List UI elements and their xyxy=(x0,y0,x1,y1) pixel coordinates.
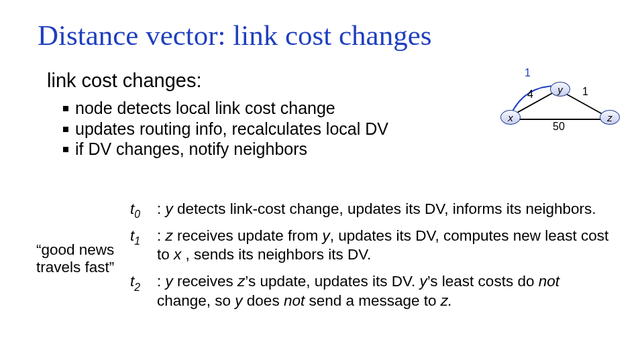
bullet-icon xyxy=(63,106,68,111)
network-diagram: x y z 1 4 1 50 xyxy=(490,66,624,153)
slide: Distance vector: link cost changes link … xyxy=(0,0,644,362)
node-y: y xyxy=(550,82,570,97)
timeline-event: t1 : z receives update from y, updates i… xyxy=(130,227,613,264)
bullet-text: node detects local link cost change xyxy=(75,98,335,119)
list-item: if DV changes, notify neighbors xyxy=(63,139,388,160)
node-z: z xyxy=(600,110,620,125)
good-news-quote: “good news travels fast” xyxy=(36,241,130,276)
timeline: t0 : y detects link-cost change, updates… xyxy=(130,200,613,318)
bullet-icon xyxy=(63,127,68,132)
bullet-text: updates routing info, recalculates local… xyxy=(75,119,388,139)
bullet-icon xyxy=(63,147,68,152)
time-sub: 0 xyxy=(134,208,140,220)
edge-label-yz: 1 xyxy=(582,86,588,98)
subheading: link cost changes: xyxy=(47,70,202,92)
timeline-event: t2 : y receives z’s update, updates its … xyxy=(130,272,613,310)
time-sub: 1 xyxy=(134,235,140,247)
list-item: node detects local link cost change xyxy=(63,98,388,119)
bullet-list: node detects local link cost change upda… xyxy=(63,98,388,160)
edge-label-xy-new: 1 xyxy=(525,67,531,79)
time-label: t1 xyxy=(130,227,157,264)
edge-label-xz: 50 xyxy=(553,121,565,133)
time-label: t2 xyxy=(130,272,157,310)
event-text: : z receives update from y, updates its … xyxy=(157,227,613,264)
event-text: : y receives z’s update, updates its DV.… xyxy=(157,272,613,310)
node-x: x xyxy=(500,110,521,125)
timeline-event: t0 : y detects link-cost change, updates… xyxy=(130,200,613,219)
diagram-edges xyxy=(490,66,624,153)
list-item: updates routing info, recalculates local… xyxy=(63,119,388,139)
event-text: : y detects link-cost change, updates it… xyxy=(157,200,613,219)
time-sub: 2 xyxy=(134,282,140,293)
slide-title: Distance vector: link cost changes xyxy=(38,19,431,52)
edge-label-xy-old: 4 xyxy=(527,88,533,101)
time-label: t0 xyxy=(130,200,157,219)
bullet-text: if DV changes, notify neighbors xyxy=(75,139,307,160)
